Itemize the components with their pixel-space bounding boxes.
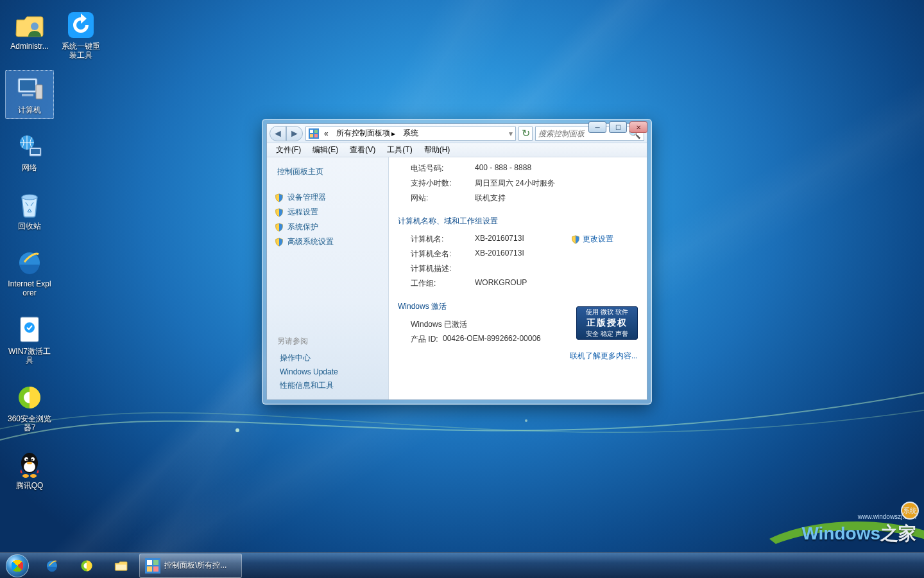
minimize-button[interactable]: ─ — [588, 121, 606, 133]
nav-back-button[interactable]: ◄ — [270, 126, 286, 141]
sidebar: 控制面板主页 设备管理器 远程设置 系统保护 高级系统设置 — [267, 157, 389, 399]
menu-help[interactable]: 帮助(H) — [419, 143, 456, 157]
svg-rect-27 — [310, 130, 313, 133]
svg-rect-5 — [20, 80, 35, 91]
sidebar-home[interactable]: 控制面板主页 — [277, 166, 383, 177]
menu-view[interactable]: 查看(V) — [345, 143, 381, 157]
svg-point-22 — [31, 459, 33, 461]
maximize-button[interactable]: ☐ — [609, 121, 627, 133]
svg-point-14 — [24, 322, 35, 333]
nav-forward-button[interactable]: ► — [286, 126, 303, 141]
breadcrumb-all-items[interactable]: 所有控制面板项 ▸ — [334, 128, 398, 139]
start-button[interactable] — [0, 553, 35, 579]
taskbar-pin-explorer[interactable] — [105, 554, 138, 578]
workgroup-value: WORKGROUP — [475, 278, 527, 289]
browser-360-icon — [79, 558, 94, 574]
product-id-label: 产品 ID: — [398, 334, 443, 345]
refresh-button[interactable]: ↻ — [518, 127, 533, 141]
icon-label: 360安全浏览器7 — [7, 414, 52, 433]
breadcrumb-system[interactable]: 系统 — [400, 128, 421, 139]
desktop-icon-360-browser[interactable]: 360安全浏览器7 — [5, 379, 54, 437]
see-also-header: 另请参阅 — [277, 336, 383, 347]
desktop-icon-administrator[interactable]: Administr... — [5, 6, 54, 65]
sidebar-device-manager[interactable]: 设备管理器 — [272, 190, 383, 205]
ie-icon — [14, 247, 45, 278]
shield-icon — [571, 235, 580, 244]
svg-point-25 — [30, 474, 37, 478]
see-also-windows-update[interactable]: Windows Update — [272, 365, 383, 378]
taskbar-task-label: 控制面板\所有控... — [164, 560, 227, 571]
qq-icon — [14, 449, 45, 480]
svg-rect-6 — [22, 94, 33, 96]
svg-point-11 — [22, 195, 37, 200]
folder-icon — [114, 558, 129, 574]
svg-point-1 — [525, 419, 527, 422]
sidebar-remote-settings[interactable]: 远程设置 — [272, 205, 383, 220]
product-id-value: 00426-OEM-8992662-00006 — [443, 334, 541, 345]
svg-rect-36 — [147, 560, 152, 565]
svg-point-21 — [26, 459, 28, 461]
phone-value: 400 - 888 - 8888 — [475, 163, 531, 174]
network-icon — [14, 131, 45, 162]
svg-point-2 — [31, 22, 38, 30]
desktop-icon-reinstall-tool[interactable]: 系统一键重装工具 — [56, 6, 105, 65]
breadcrumb-prefix[interactable]: « — [321, 129, 331, 138]
shield-icon — [275, 193, 284, 202]
browser-360-icon — [14, 382, 45, 413]
sidebar-system-protection[interactable]: 系统保护 — [272, 220, 383, 234]
workgroup-label: 工作组: — [398, 278, 475, 289]
recycle-bin-icon — [14, 189, 45, 220]
see-also-performance[interactable]: 性能信息和工具 — [272, 378, 383, 393]
desktop-icon-computer[interactable]: 计算机 — [5, 70, 54, 119]
sidebar-advanced-settings[interactable]: 高级系统设置 — [272, 234, 383, 249]
desktop-icon-network[interactable]: 网络 — [5, 128, 54, 177]
taskbar-pin-ie[interactable] — [35, 554, 69, 578]
computer-name-label: 计算机名: — [398, 234, 475, 245]
menu-edit[interactable]: 编辑(E) — [307, 143, 343, 157]
menu-tools[interactable]: 工具(T) — [382, 143, 417, 157]
content-pane: 电话号码:400 - 888 - 8888 支持小时数:周日至周六 24小时服务… — [389, 157, 647, 399]
desktop-icons: Administr... 系统一键重装工具 计算机 网络 回收站 — [5, 6, 108, 495]
computer-name-value: XB-20160713I — [475, 234, 558, 245]
svg-point-23 — [27, 462, 32, 464]
desktop-icon-qq[interactable]: 腾讯QQ — [5, 446, 54, 495]
icon-label: 系统一键重装工具 — [58, 42, 103, 60]
system-properties-window: ─ ☐ ✕ ◄ ► « 所有控制面板项 ▸ 系统 ▾ ↻ 🔍 — [262, 119, 652, 405]
dropdown-icon[interactable]: ▾ — [509, 129, 513, 138]
shield-icon — [275, 223, 284, 232]
svg-rect-37 — [153, 560, 158, 565]
svg-rect-39 — [153, 566, 158, 572]
online-support-link[interactable]: 联机支持 — [475, 193, 506, 204]
menu-bar: 文件(F) 编辑(E) 查看(V) 工具(T) 帮助(H) — [267, 143, 647, 157]
close-button[interactable]: ✕ — [629, 121, 647, 133]
icon-label: 网络 — [22, 163, 37, 172]
see-also-action-center[interactable]: 操作中心 — [272, 351, 383, 365]
svg-point-0 — [235, 428, 239, 432]
svg-rect-38 — [147, 566, 152, 572]
taskbar-task-control-panel[interactable]: 控制面板\所有控... — [139, 554, 242, 578]
activation-state: Windows 已激活 — [398, 319, 467, 330]
chevron-right-icon: ▸ — [391, 129, 395, 138]
breadcrumb[interactable]: « 所有控制面板项 ▸ 系统 ▾ — [305, 127, 516, 141]
desktop-icon-win7-activator[interactable]: WIN7激活工具 — [5, 311, 54, 370]
reinstall-icon — [65, 10, 96, 40]
svg-rect-29 — [310, 134, 313, 137]
learn-more-link[interactable]: 联机了解更多内容... — [570, 351, 638, 360]
taskbar: 控制面板\所有控... — [0, 552, 924, 578]
shield-icon — [275, 238, 284, 247]
control-panel-icon — [145, 558, 160, 574]
site-label: 网站: — [398, 193, 475, 204]
menu-file[interactable]: 文件(F) — [271, 143, 306, 157]
activator-icon — [14, 315, 45, 346]
control-panel-icon — [309, 128, 319, 139]
desktop-icon-recycle-bin[interactable]: 回收站 — [5, 186, 54, 235]
change-settings-link[interactable]: 更改设置 — [571, 234, 613, 245]
hours-label: 支持小时数: — [398, 178, 475, 189]
svg-rect-30 — [314, 134, 318, 137]
svg-rect-34 — [116, 565, 126, 570]
desktop-icon-ie[interactable]: Internet Explorer — [5, 244, 54, 302]
svg-point-19 — [24, 457, 28, 461]
icon-label: Administr... — [10, 42, 48, 51]
start-orb-icon — [6, 554, 29, 577]
taskbar-pin-360[interactable] — [70, 554, 103, 578]
